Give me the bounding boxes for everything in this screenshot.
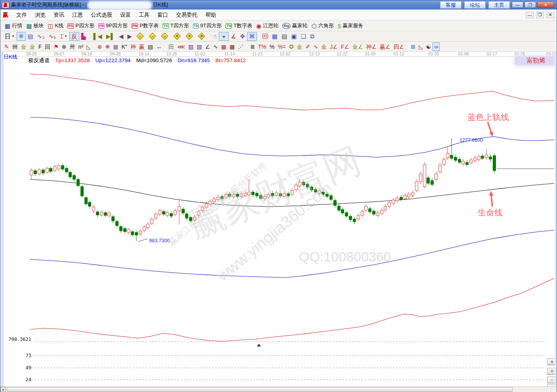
crosshair-button[interactable]: ＋ bbox=[219, 32, 229, 41]
first-page-button[interactable]: ▌◀ bbox=[91, 32, 104, 41]
n-squared-button[interactable]: n² bbox=[77, 42, 85, 51]
save-button[interactable]: ▣ bbox=[289, 32, 299, 41]
circle-ruler-button[interactable]: ⊕ bbox=[60, 42, 68, 51]
titlebar-link-主页[interactable]: 主页 bbox=[488, 1, 510, 9]
ying-tool-button[interactable]: 赢 bbox=[138, 42, 146, 51]
gann-wheel-button[interactable]: ◉江恩轮 bbox=[254, 21, 280, 30]
reverse-channel-button[interactable]: 反 bbox=[69, 32, 79, 41]
slant-lines-button[interactable]: ⋰ bbox=[236, 42, 245, 51]
diamond-cross-button[interactable]: ✛ bbox=[195, 32, 208, 41]
diamond-expand-button[interactable]: ↔ bbox=[159, 32, 171, 41]
menu-浏览[interactable]: 浏览 bbox=[31, 10, 50, 20]
infinity-tool-button[interactable]: ∞ bbox=[433, 42, 440, 51]
t-number-table-button[interactable]: TNT数字表 bbox=[224, 21, 254, 30]
pane-expand-2-button[interactable]: = bbox=[547, 368, 555, 375]
grid-red-b-button[interactable]: ▦ bbox=[228, 42, 236, 51]
zigzag-tool-button[interactable]: ∿ bbox=[212, 42, 220, 51]
angle-lines-button[interactable]: ∠ bbox=[203, 42, 212, 51]
menu-资讯[interactable]: 资讯 bbox=[50, 10, 68, 20]
f-ruler-button[interactable]: F bbox=[37, 42, 44, 51]
candle-style-dropdown-button[interactable]: ⌶▼ bbox=[58, 32, 69, 41]
angle-measure-button[interactable]: ∡ bbox=[229, 32, 238, 41]
gold-slant-button[interactable]: 金 bbox=[320, 42, 328, 51]
wave-3-button[interactable]: ∿₃ bbox=[35, 32, 47, 41]
pan-hand-button[interactable]: ☝ bbox=[211, 32, 219, 41]
print-button[interactable]: ⧉ bbox=[308, 32, 316, 41]
square-spiral-button[interactable]: 回 bbox=[43, 42, 52, 51]
percent-line-button[interactable]: %= bbox=[276, 42, 287, 51]
curve-tool-button[interactable]: ∿ bbox=[312, 42, 320, 51]
next-page-button[interactable]: ▶ bbox=[125, 32, 134, 41]
si-angle-button[interactable]: 四∠ bbox=[392, 42, 406, 51]
star-web-button[interactable]: ❋ bbox=[104, 42, 112, 51]
grid-red-a-button[interactable]: ▦ bbox=[220, 42, 228, 51]
mdi-close-button[interactable]: ✕ bbox=[546, 12, 554, 18]
gann-shape-button[interactable]: ✥ bbox=[238, 32, 247, 41]
menu-交易委托[interactable]: 交易委托 bbox=[172, 10, 201, 20]
scrollbar-thumb[interactable] bbox=[7, 387, 513, 392]
menu-窗口[interactable]: 窗口 bbox=[153, 10, 172, 20]
export-web-button[interactable]: ❏ bbox=[299, 32, 308, 41]
sectors-button[interactable]: ▩板块 bbox=[24, 21, 46, 30]
period-day-dropdown-dropdown-arrow[interactable]: ▼ bbox=[11, 34, 15, 38]
span-arrows-button[interactable]: ↔ bbox=[155, 42, 163, 51]
report-view-button[interactable]: ▤ bbox=[26, 32, 35, 41]
titlebar-link-客服[interactable]: 客服 bbox=[440, 1, 461, 9]
candle-style-dropdown-dropdown-arrow[interactable]: ▼ bbox=[64, 34, 67, 38]
trend-corner-button[interactable]: ◺ bbox=[417, 42, 425, 51]
period-day-dropdown-button[interactable]: 日▼ bbox=[3, 32, 17, 41]
menu-工具[interactable]: 工具 bbox=[135, 10, 153, 20]
diamond-compress-button[interactable]: ✕ bbox=[171, 32, 183, 41]
kline-button[interactable]: ◫K线 bbox=[46, 21, 65, 30]
candlestick-chart-panel[interactable]: 赢家财富网赢家江恩软件 股票决策分析软件www.yingjia360.comQQ… bbox=[4, 52, 555, 386]
hexagon-button[interactable]: ⬡六角形 bbox=[310, 21, 336, 30]
scroll-corner-button[interactable]: ▲ bbox=[0, 387, 6, 392]
gold-grid-b-button[interactable]: 金 bbox=[28, 42, 37, 51]
pane-expand-3-button[interactable]: ≡ bbox=[547, 358, 555, 365]
notes-button[interactable]: ▤ bbox=[279, 32, 289, 41]
k-note-button[interactable]: K″ bbox=[120, 42, 129, 51]
minimize-button[interactable]: — bbox=[512, 2, 523, 8]
quotes-button[interactable]: ▦行情 bbox=[3, 21, 24, 30]
p-square-button[interactable]: PSP四方形 bbox=[65, 21, 96, 30]
pane-expand-1-button[interactable]: − bbox=[547, 377, 555, 383]
calendar-button[interactable]: 21 bbox=[260, 32, 270, 41]
calculator-button[interactable]: ▦ bbox=[270, 32, 279, 41]
diamond-left-button[interactable]: ← bbox=[134, 32, 146, 41]
diamond-star-button[interactable]: ✳ bbox=[183, 32, 195, 41]
f-angle-button[interactable]: F∠ bbox=[339, 42, 351, 51]
winner-service-button[interactable]: $赢家服务 bbox=[336, 21, 365, 30]
draw-pencil-button[interactable]: ✎ bbox=[3, 42, 11, 51]
close-button[interactable]: ✕ bbox=[537, 2, 554, 8]
last-page-button[interactable]: ▶▌ bbox=[104, 32, 117, 41]
prev-page-button[interactable]: ◀ bbox=[117, 32, 126, 41]
pattern-tool-button[interactable]: ※ bbox=[17, 32, 26, 41]
tick-ruler-button[interactable]: 卌 bbox=[11, 42, 19, 51]
fan-lines-button[interactable]: ⋘ bbox=[176, 42, 187, 51]
winner-wheel-button[interactable]: Big赢家轮 bbox=[280, 21, 310, 30]
wave-9-button[interactable]: ∿₉ bbox=[46, 32, 58, 41]
gold-circle-button[interactable]: ✪ bbox=[287, 42, 295, 51]
shen-tool-button[interactable]: 神 bbox=[129, 42, 138, 51]
protractor-button[interactable]: ◺ bbox=[85, 42, 92, 51]
ruler-123-button[interactable]: ▤ bbox=[146, 42, 155, 51]
percent-button[interactable]: % bbox=[268, 42, 276, 51]
frame-tool-button[interactable]: 田 bbox=[167, 42, 176, 51]
scale-ruler-button[interactable]: ≣ bbox=[249, 42, 256, 51]
taiji-button[interactable]: ☯ bbox=[425, 42, 433, 51]
compass-target-button[interactable]: ⊕ bbox=[96, 42, 104, 51]
9t-square-button[interactable]: T99T四方形 bbox=[191, 21, 224, 30]
gold-angle-button[interactable]: 金∠ bbox=[351, 42, 365, 51]
ying-angle-button[interactable]: 赢∠ bbox=[378, 42, 392, 51]
diamond-right-button[interactable]: → bbox=[146, 32, 159, 41]
smart-analysis-button[interactable]: ⌘ bbox=[247, 32, 257, 41]
gold-level-button[interactable]: 金 bbox=[295, 42, 304, 51]
volume-histogram-button[interactable]: ▙ bbox=[79, 32, 88, 41]
menu-设置[interactable]: 设置 bbox=[116, 10, 135, 20]
flag-ruler-button[interactable]: ⚑ bbox=[52, 42, 60, 51]
shen-angle-button[interactable]: 神∠ bbox=[364, 42, 378, 51]
mdi-restore-button[interactable]: ❐ bbox=[536, 12, 544, 18]
grid-plan-button[interactable]: ⊞ bbox=[409, 42, 417, 51]
p-number-table-button[interactable]: PNP数字表 bbox=[130, 21, 161, 30]
9p-square-button[interactable]: P99P四方形 bbox=[96, 21, 130, 30]
